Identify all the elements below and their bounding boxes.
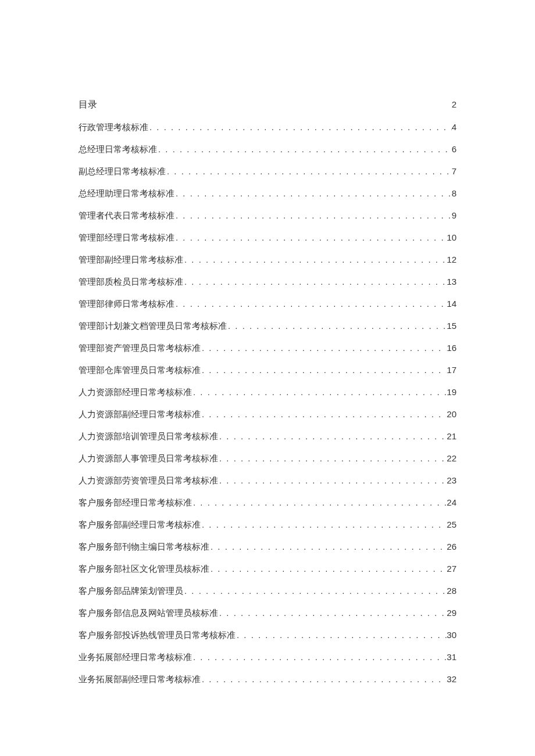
toc-entry-page: 30: [447, 630, 456, 639]
toc-entry-title: 业务拓展部经理日常考核标准: [79, 653, 192, 662]
toc-entry-leader-dots: . . . . . . . . . . . . . . . . . . . . …: [209, 564, 447, 573]
toc-entry-title: 总经理助理日常考核标准: [79, 189, 174, 198]
toc-entry-page: 9: [452, 211, 456, 220]
toc-entry-title: 总经理日常考核标准: [79, 145, 157, 154]
toc-entry-page: 28: [447, 586, 456, 595]
toc-entry: 客户服务部投诉热线管理员日常考核标准. . . . . . . . . . . …: [79, 630, 456, 640]
toc-entry-leader-dots: . . . . . . . . . . . . . . . . . . . . …: [218, 608, 447, 617]
toc-entry-page: 27: [447, 564, 456, 573]
toc-entry-page: 24: [447, 498, 456, 507]
toc-entry-title: 客户服务部品牌策划管理员: [79, 587, 183, 596]
toc-entry-page: 10: [447, 233, 456, 242]
toc-entry: 客户服务部经理日常考核标准. . . . . . . . . . . . . .…: [79, 498, 456, 507]
toc-entry-page: 4: [452, 123, 456, 131]
toc-entry: 总经理日常考核标准. . . . . . . . . . . . . . . .…: [79, 145, 456, 154]
toc-header: 目录 2: [79, 99, 456, 111]
toc-entry: 管理部律师日常考核标准. . . . . . . . . . . . . . .…: [79, 299, 456, 309]
toc-entry-page: 31: [447, 653, 456, 661]
toc-entry-leader-dots: . . . . . . . . . . . . . . . . . . . . …: [227, 321, 447, 330]
toc-header-page: 2: [452, 99, 456, 109]
toc-entry-leader-dots: . . . . . . . . . . . . . . . . . . . . …: [192, 388, 447, 396]
toc-entry-title: 人力资源部经理日常考核标准: [79, 388, 192, 397]
toc-entry: 人力资源部副经理日常考核标准. . . . . . . . . . . . . …: [79, 410, 456, 419]
toc-entry-title: 副总经理日常考核标准: [79, 167, 166, 176]
toc-entry-leader-dots: . . . . . . . . . . . . . . . . . . . . …: [201, 520, 447, 529]
toc-entry-leader-dots: . . . . . . . . . . . . . . . . . . . . …: [166, 167, 452, 175]
toc-entry-page: 8: [452, 189, 456, 198]
toc-entry-leader-dots: . . . . . . . . . . . . . . . . . . . . …: [192, 498, 447, 507]
toc-entry: 管理部计划兼文档管理员日常考核标准. . . . . . . . . . . .…: [79, 321, 456, 331]
toc-entry-page: 23: [447, 476, 456, 485]
toc-title: 目录: [79, 99, 97, 111]
toc-entry-title: 人力资源部人事管理员日常考核标准: [79, 454, 218, 463]
toc-entry: 业务拓展部经理日常考核标准. . . . . . . . . . . . . .…: [79, 653, 456, 662]
toc-entry-leader-dots: . . . . . . . . . . . . . . . . . . . . …: [192, 653, 447, 661]
toc-entry: 总经理助理日常考核标准. . . . . . . . . . . . . . .…: [79, 189, 456, 198]
toc-entry-page: 32: [447, 675, 456, 683]
toc-entry-leader-dots: . . . . . . . . . . . . . . . . . . . . …: [236, 630, 447, 639]
toc-entry-title: 客户服务部社区文化管理员核标准: [79, 565, 209, 574]
toc-entry: 管理者代表日常考核标准. . . . . . . . . . . . . . .…: [79, 211, 456, 220]
toc-entry-title: 管理部资产管理员日常考核标准: [79, 344, 201, 353]
toc-entry-leader-dots: . . . . . . . . . . . . . . . . . . . . …: [209, 542, 447, 551]
toc-entry-leader-dots: . . . . . . . . . . . . . . . . . . . . …: [183, 255, 447, 264]
toc-entry: 客户服务部副经理日常考核标准. . . . . . . . . . . . . …: [79, 520, 456, 529]
toc-entry: 人力资源部培训管理员日常考核标准. . . . . . . . . . . . …: [79, 432, 456, 441]
toc-entry-title: 人力资源部培训管理员日常考核标准: [79, 432, 218, 441]
toc-entry-page: 20: [447, 410, 456, 418]
toc-entry-leader-dots: . . . . . . . . . . . . . . . . . . . . …: [174, 189, 452, 198]
toc-entry-title: 管理者代表日常考核标准: [79, 212, 174, 220]
toc-entry: 管理部经理日常考核标准. . . . . . . . . . . . . . .…: [79, 233, 456, 242]
toc-entry-page: 16: [447, 343, 456, 352]
toc-entry-leader-dots: . . . . . . . . . . . . . . . . . . . . …: [183, 586, 447, 595]
toc-entry-page: 22: [447, 454, 456, 463]
toc-entry-page: 29: [447, 608, 456, 617]
toc-entry-title: 客户服务部经理日常考核标准: [79, 499, 192, 507]
toc-entry-title: 管理部经理日常考核标准: [79, 234, 174, 242]
toc-entry: 人力资源部人事管理员日常考核标准. . . . . . . . . . . . …: [79, 454, 456, 463]
toc-entry-title: 行政管理考核标准: [79, 123, 148, 132]
toc-entry-page: 15: [447, 321, 456, 330]
toc-entry-title: 人力资源部劳资管理员日常考核标准: [79, 476, 218, 485]
toc-entry-leader-dots: . . . . . . . . . . . . . . . . . . . . …: [218, 454, 447, 463]
toc-entry: 管理部质检员日常考核标准. . . . . . . . . . . . . . …: [79, 277, 456, 286]
toc-entry-leader-dots: . . . . . . . . . . . . . . . . . . . . …: [174, 233, 447, 242]
toc-entry-page: 12: [447, 255, 456, 264]
toc-entry-title: 管理部律师日常考核标准: [79, 300, 174, 309]
toc-entry-leader-dots: . . . . . . . . . . . . . . . . . . . . …: [157, 145, 452, 153]
toc-entry-leader-dots: . . . . . . . . . . . . . . . . . . . . …: [148, 123, 452, 131]
toc-entry-title: 管理部副经理日常考核标准: [79, 256, 183, 264]
toc-entry-page: 13: [447, 277, 456, 286]
toc-entry-page: 21: [447, 432, 456, 440]
toc-entry-page: 26: [447, 542, 456, 551]
toc-entry-title: 业务拓展部副经理日常考核标准: [79, 675, 201, 684]
toc-entry-title: 管理部仓库管理员日常考核标准: [79, 366, 201, 375]
toc-entry: 客户服务部刊物主编日常考核标准. . . . . . . . . . . . .…: [79, 542, 456, 551]
toc-entry-title: 人力资源部副经理日常考核标准: [79, 410, 201, 419]
toc-entry-leader-dots: . . . . . . . . . . . . . . . . . . . . …: [201, 410, 447, 418]
toc-entry-page: 6: [452, 145, 456, 153]
toc-entry: 人力资源部经理日常考核标准. . . . . . . . . . . . . .…: [79, 388, 456, 397]
toc-entry: 行政管理考核标准. . . . . . . . . . . . . . . . …: [79, 123, 456, 132]
toc-entry-title: 客户服务部副经理日常考核标准: [79, 521, 201, 529]
toc-entry: 客户服务部信息及网站管理员核标准. . . . . . . . . . . . …: [79, 608, 456, 618]
toc-entry-page: 25: [447, 520, 456, 529]
toc-entry-title: 管理部计划兼文档管理员日常考核标准: [79, 322, 227, 331]
toc-entry: 客户服务部社区文化管理员核标准. . . . . . . . . . . . .…: [79, 564, 456, 574]
toc-entry-page: 7: [452, 167, 456, 175]
toc-entry-title: 客户服务部刊物主编日常考核标准: [79, 543, 209, 551]
toc-entry-page: 14: [447, 299, 456, 308]
toc-entry-leader-dots: . . . . . . . . . . . . . . . . . . . . …: [218, 476, 447, 485]
toc-entry: 管理部副经理日常考核标准. . . . . . . . . . . . . . …: [79, 255, 456, 264]
toc-entry-leader-dots: . . . . . . . . . . . . . . . . . . . . …: [183, 277, 447, 286]
toc-entry-leader-dots: . . . . . . . . . . . . . . . . . . . . …: [174, 299, 447, 308]
toc-entry-leader-dots: . . . . . . . . . . . . . . . . . . . . …: [201, 366, 447, 374]
toc-entry: 管理部资产管理员日常考核标准. . . . . . . . . . . . . …: [79, 343, 456, 353]
toc-entry-leader-dots: . . . . . . . . . . . . . . . . . . . . …: [174, 211, 452, 220]
toc-entry: 副总经理日常考核标准. . . . . . . . . . . . . . . …: [79, 167, 456, 176]
toc-entry-leader-dots: . . . . . . . . . . . . . . . . . . . . …: [201, 675, 447, 683]
toc-entry-title: 客户服务部信息及网站管理员核标准: [79, 609, 218, 618]
toc-entry-page: 17: [447, 366, 456, 374]
toc-entry-leader-dots: . . . . . . . . . . . . . . . . . . . . …: [201, 343, 447, 352]
toc-entry: 业务拓展部副经理日常考核标准. . . . . . . . . . . . . …: [79, 675, 456, 684]
